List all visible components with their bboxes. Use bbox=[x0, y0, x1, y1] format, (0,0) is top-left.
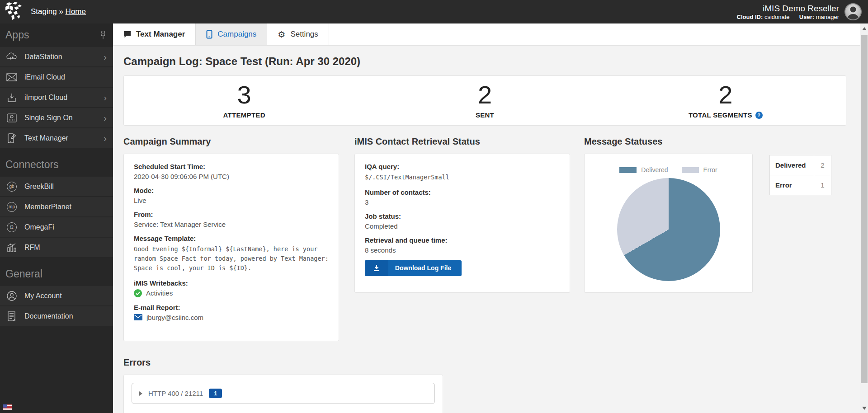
sidebar-item-label: GreekBill bbox=[24, 183, 54, 191]
sidebar-item-greekbill[interactable]: gb GreekBill bbox=[0, 177, 113, 196]
stat-label: SENT bbox=[476, 111, 494, 119]
campaign-summary-card: Scheduled Start Time: 2020-04-30 09:06:0… bbox=[123, 154, 339, 341]
triangle-down-icon bbox=[862, 407, 867, 410]
row-value: 2 bbox=[814, 155, 831, 175]
envelope-outline-icon bbox=[5, 73, 18, 81]
field-value: 8 seconds bbox=[365, 246, 560, 254]
legend-label: Error bbox=[703, 166, 717, 174]
account-name: iMIS Demo Reseller bbox=[737, 3, 839, 14]
error-accordion-row[interactable]: HTTP 400 / 21211 1 bbox=[132, 383, 435, 404]
legend-item-error[interactable]: Error bbox=[682, 166, 717, 174]
sidebar-item-label: iEmail Cloud bbox=[24, 73, 65, 81]
stat-label: TOTAL SEGMENTS bbox=[689, 111, 752, 119]
errors-heading: Errors bbox=[123, 357, 846, 368]
sidebar-section-apps: Apps bbox=[5, 29, 29, 41]
sidebar-item-single-sign-on[interactable]: Single Sign On bbox=[0, 108, 113, 127]
import-box-icon bbox=[5, 93, 18, 103]
sidebar-item-datastation[interactable]: DataStation bbox=[0, 47, 113, 66]
stats-card: 3 ATTEMPTED 2 SENT 2 TOTAL SEGMENTS ? bbox=[123, 75, 846, 126]
gear-icon: ⚙ bbox=[278, 30, 285, 39]
sidebar-item-my-account[interactable]: My Account bbox=[0, 286, 113, 305]
sidebar-item-iemail-cloud[interactable]: iEmail Cloud bbox=[0, 67, 113, 87]
chevron-right-icon bbox=[104, 52, 107, 61]
tab-text-manager[interactable]: Text Manager bbox=[113, 23, 196, 45]
field-label: Mode: bbox=[134, 187, 329, 194]
user-avatar[interactable] bbox=[844, 3, 862, 20]
greekbill-logo-icon: gb bbox=[5, 182, 18, 192]
triangle-up-icon bbox=[862, 27, 867, 30]
sidebar-item-omegafi[interactable]: Ω OmegaFi bbox=[0, 217, 113, 237]
main-area: Text Manager Campaigns ⚙ Settings Campai… bbox=[113, 23, 860, 413]
sidebar-item-label: MemberPlanet bbox=[24, 203, 71, 211]
retrieval-status-heading: iMIS Contact Retrieval Status bbox=[354, 136, 570, 147]
tab-settings[interactable]: ⚙ Settings bbox=[267, 23, 329, 45]
field-label: From: bbox=[134, 211, 329, 218]
phone-edit-icon bbox=[5, 133, 18, 144]
stat-attempted: 3 ATTEMPTED bbox=[124, 76, 364, 125]
chevron-right-icon bbox=[104, 134, 107, 143]
user-circle-icon bbox=[5, 291, 18, 301]
field-label: E-mail Report: bbox=[134, 304, 329, 311]
sidebar-item-label: Documentation bbox=[24, 312, 73, 320]
sidebar-item-text-manager[interactable]: Text Manager bbox=[0, 128, 113, 148]
legend-label: Delivered bbox=[641, 166, 668, 174]
us-flag-icon bbox=[3, 404, 12, 410]
sidebar-item-memberplanet[interactable]: mp MemberPlanet bbox=[0, 197, 113, 216]
vertical-scrollbar[interactable] bbox=[860, 23, 868, 413]
table-row-delivered: Delivered 2 bbox=[770, 155, 831, 175]
sidebar-item-rfm[interactable]: RFM bbox=[0, 238, 113, 257]
field-label: iMIS Writebacks: bbox=[134, 279, 329, 287]
download-icon bbox=[365, 260, 388, 276]
sidebar-item-label: iImport Cloud bbox=[24, 94, 67, 102]
writeback-value: Activities bbox=[146, 289, 173, 297]
memberplanet-logo-icon: mp bbox=[5, 202, 18, 212]
stat-label: ATTEMPTED bbox=[223, 111, 265, 119]
caret-right-icon bbox=[139, 391, 142, 396]
page-title: Campaign Log: Space Test (Run: Apr 30 20… bbox=[123, 55, 846, 68]
help-icon[interactable]: ? bbox=[755, 112, 763, 119]
sidebar-item-documentation[interactable]: Documentation bbox=[0, 306, 113, 326]
person-silhouette-icon bbox=[845, 4, 861, 19]
message-status-pie-chart bbox=[617, 178, 720, 281]
tab-campaigns[interactable]: Campaigns bbox=[196, 23, 267, 45]
csi-app-logo-icon[interactable] bbox=[4, 1, 24, 22]
legend-item-delivered[interactable]: Delivered bbox=[619, 166, 668, 174]
sidebar-item-label: DataStation bbox=[24, 53, 62, 61]
field-value: Completed bbox=[365, 222, 560, 230]
field-label: Job status: bbox=[365, 212, 560, 220]
field-value: Live bbox=[134, 197, 329, 204]
scroll-up-button[interactable] bbox=[860, 24, 868, 33]
omegafi-logo-icon: Ω bbox=[5, 222, 18, 232]
stat-sent: 2 SENT bbox=[364, 76, 605, 125]
tab-strip: Text Manager Campaigns ⚙ Settings bbox=[113, 23, 860, 46]
sidebar: Apps DataStation iEmail Cloud bbox=[0, 23, 113, 413]
check-circle-icon bbox=[134, 289, 142, 297]
breadcrumb-separator: » bbox=[59, 7, 63, 16]
row-value: 1 bbox=[814, 175, 831, 195]
field-label: IQA query: bbox=[365, 163, 560, 170]
campaign-summary-heading: Campaign Summary bbox=[123, 136, 339, 147]
status-counts-table: Delivered 2 Error 1 bbox=[769, 155, 831, 195]
user-label: User: bbox=[799, 14, 814, 20]
scrollbar-thumb[interactable] bbox=[861, 35, 868, 383]
pie-legend: Delivered Error bbox=[590, 166, 747, 174]
breadcrumb-home-link[interactable]: Home bbox=[66, 7, 86, 16]
sidebar-item-iimport-cloud[interactable]: iImport Cloud bbox=[0, 88, 113, 107]
download-log-file-button[interactable]: Download Log File bbox=[365, 260, 462, 276]
field-value: 3 bbox=[365, 198, 560, 206]
sidebar-item-label: RFM bbox=[24, 244, 40, 252]
sidebar-item-label: My Account bbox=[24, 292, 62, 300]
row-label: Error bbox=[770, 175, 814, 195]
iqa-query-value: $/.CSI/TextManagerSmall bbox=[365, 173, 560, 182]
message-template-text: Good Evening ${Informal} ${LastName}, he… bbox=[134, 244, 329, 273]
field-label: Message Template: bbox=[134, 235, 329, 242]
pin-icon[interactable] bbox=[99, 30, 107, 40]
account-meta: Cloud ID: csidonate User: manager bbox=[737, 14, 839, 20]
scroll-down-button[interactable] bbox=[860, 404, 868, 412]
document-icon bbox=[5, 311, 18, 322]
stat-value: 3 bbox=[237, 82, 251, 108]
sidebar-section-connectors: Connectors bbox=[5, 159, 59, 171]
email-report-value: jburgy@csiinc.com bbox=[146, 314, 203, 321]
error-label: HTTP 400 / 21211 bbox=[148, 390, 203, 397]
breadcrumb-root: Staging bbox=[31, 7, 57, 16]
